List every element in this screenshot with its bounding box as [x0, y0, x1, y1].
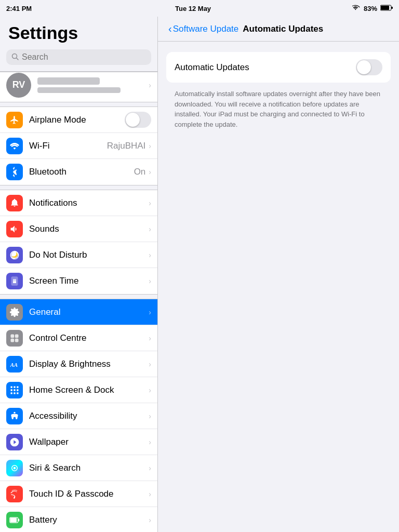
controlcentre-chevron: › [149, 334, 151, 342]
donotdisturb-label: Do Not Disturb [29, 250, 149, 260]
homescreen-icon [6, 382, 23, 398]
profile-sub [37, 87, 121, 93]
svg-rect-21 [17, 389, 18, 391]
sidebar-item-bluetooth[interactable]: Bluetooth On › [0, 159, 157, 185]
battery-percent: 83% [364, 5, 377, 12]
detail-content: Automatic Updates Automatically install … [158, 42, 399, 140]
donotdisturb-chevron: › [149, 251, 151, 259]
svg-rect-9 [13, 282, 16, 283]
sidebar-item-general[interactable]: General › [0, 299, 157, 325]
sidebar-item-wallpaper[interactable]: Wallpaper › [0, 429, 157, 455]
display-icon: AA [6, 356, 23, 373]
sidebar-item-wifi[interactable]: Wi-Fi RajuBHAI › [0, 133, 157, 159]
back-chevron-icon: ‹ [168, 23, 172, 35]
search-icon [11, 53, 19, 62]
sidebar-item-donotdisturb[interactable]: 🌙 Do Not Disturb › [0, 242, 157, 268]
svg-rect-29 [18, 518, 20, 521]
sidebar-item-notifications[interactable]: Notifications › [0, 190, 157, 216]
profile-section: RV › [0, 71, 157, 102]
sidebar-item-accessibility[interactable]: Accessibility › [0, 403, 157, 429]
svg-text:AA: AA [10, 362, 18, 368]
sidebar-item-homescreen[interactable]: Home Screen & Dock › [0, 377, 157, 403]
sidebar-item-sounds[interactable]: Sounds › [0, 216, 157, 242]
bluetooth-label: Bluetooth [29, 167, 134, 177]
wallpaper-label: Wallpaper [29, 437, 149, 447]
svg-rect-30 [10, 517, 17, 522]
controlcentre-icon [6, 330, 23, 347]
automatic-updates-description: Automatically install software updates o… [166, 83, 391, 129]
sidebar-item-controlcentre[interactable]: Control Centre › [0, 325, 157, 351]
svg-rect-18 [17, 386, 18, 388]
airplane-toggle[interactable] [125, 112, 151, 128]
wallpaper-icon [6, 434, 23, 450]
detail-pane: ‹ Software Update Automatic Updates Auto… [158, 17, 399, 532]
notifications-label: Notifications [29, 198, 149, 208]
profile-chevron: › [149, 81, 151, 89]
donotdisturb-icon: 🌙 [6, 247, 23, 263]
siri-icon [6, 460, 23, 476]
svg-rect-13 [11, 338, 15, 342]
bluetooth-value: On [134, 167, 146, 177]
accessibility-label: Accessibility [29, 411, 149, 421]
svg-line-4 [17, 58, 19, 60]
wifi-label: Wi-Fi [29, 141, 107, 151]
homescreen-label: Home Screen & Dock [29, 385, 149, 395]
wallpaper-chevron: › [149, 438, 151, 446]
svg-point-27 [14, 467, 16, 469]
touchid-icon [6, 486, 23, 502]
sidebar-item-display[interactable]: AA Display & Brightness › [0, 351, 157, 377]
automatic-updates-row: Automatic Updates [166, 52, 391, 83]
sidebar-item-airplane[interactable]: Airplane Mode [0, 107, 157, 133]
sidebar-item-battery[interactable]: Battery › [0, 507, 157, 532]
search-input[interactable] [22, 52, 146, 62]
svg-rect-19 [11, 389, 12, 391]
accessibility-icon [6, 408, 23, 424]
search-bar[interactable] [6, 49, 151, 65]
settings-group-system: General › Control Centre › AA Display & … [0, 299, 157, 532]
back-button[interactable]: ‹ Software Update [168, 23, 238, 35]
wifi-value: RajuBHAI [107, 141, 146, 151]
svg-text:🌙: 🌙 [11, 251, 18, 258]
wifi-status-icon [352, 5, 361, 12]
accessibility-chevron: › [149, 412, 151, 420]
back-label: Software Update [173, 24, 239, 34]
svg-rect-22 [11, 392, 12, 394]
svg-rect-2 [381, 6, 389, 10]
touchid-label: Touch ID & Passcode [29, 489, 149, 499]
homescreen-chevron: › [149, 386, 151, 394]
svg-rect-20 [14, 389, 15, 391]
notifications-chevron: › [149, 199, 151, 207]
screentime-chevron: › [149, 277, 151, 285]
controlcentre-label: Control Centre [29, 333, 149, 343]
airplane-icon [6, 112, 23, 128]
battery-icon [380, 5, 393, 12]
general-label: General [29, 307, 149, 317]
siri-chevron: › [149, 464, 151, 472]
sidebar-item-siri[interactable]: Siri & Search › [0, 455, 157, 481]
profile-row[interactable]: RV › [0, 72, 157, 98]
general-chevron: › [149, 308, 151, 316]
automatic-updates-toggle[interactable] [356, 59, 382, 75]
sidebar: Settings RV › [0, 17, 158, 532]
bluetooth-chevron: › [149, 168, 151, 176]
sounds-chevron: › [149, 225, 151, 233]
sidebar-item-touchid[interactable]: Touch ID & Passcode › [0, 481, 157, 507]
sounds-label: Sounds [29, 224, 149, 234]
status-bar: 2:41 PM Tue 12 May 83% [0, 0, 399, 17]
svg-point-25 [14, 411, 15, 413]
svg-rect-17 [14, 386, 15, 388]
sounds-icon [6, 221, 23, 237]
sidebar-title: Settings [0, 17, 157, 47]
touchid-chevron: › [149, 490, 151, 498]
battery-label: Battery [29, 515, 149, 525]
screentime-label: Screen Time [29, 276, 149, 286]
detail-title: Automatic Updates [243, 24, 323, 34]
wifi-icon [6, 138, 23, 154]
settings-group-media: Notifications › Sounds › 🌙 Do Not Distur… [0, 190, 157, 295]
automatic-updates-card: Automatic Updates [166, 52, 391, 83]
detail-header: ‹ Software Update Automatic Updates [158, 17, 399, 42]
sidebar-item-screentime[interactable]: Screen Time › [0, 268, 157, 294]
status-date: Tue 12 May [175, 5, 211, 12]
profile-info [37, 77, 142, 93]
svg-rect-23 [14, 392, 15, 394]
